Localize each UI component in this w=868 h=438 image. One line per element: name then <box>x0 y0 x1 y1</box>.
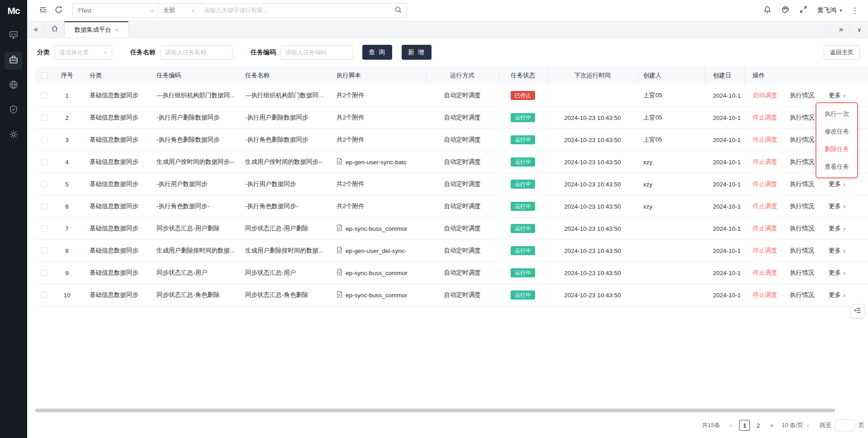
row-creator <box>638 218 705 239</box>
row-checkbox[interactable] <box>41 225 47 232</box>
chevron-down-icon: ∨ <box>843 182 846 187</box>
sidebar-item-security[interactable] <box>5 101 23 119</box>
refresh-button[interactable] <box>51 3 66 18</box>
task-name-label: 任务名称 <box>130 48 156 57</box>
keyword-search-input[interactable]: 请输入关键字进行检索... <box>199 4 407 17</box>
toggle-schedule-link[interactable]: 停止调度 <box>753 247 777 255</box>
execution-status-link[interactable]: 执行情况 <box>790 202 814 210</box>
row-script: 共2个附件 <box>327 173 426 195</box>
context-menu-item[interactable]: 删除任务 <box>816 140 857 158</box>
execution-status-link[interactable]: 执行情况 <box>790 291 814 299</box>
sidebar-item-network[interactable] <box>5 76 23 95</box>
table-row: 1 基础信息数据同步 ---执行组织机构部门数据同... ---执行组织机构部门… <box>35 85 868 107</box>
page-button[interactable]: 1 <box>739 420 750 431</box>
next-page-button[interactable]: > <box>767 422 776 429</box>
context-menu-item[interactable]: 执行一次 <box>816 105 857 123</box>
toggle-schedule-link[interactable]: 停止调度 <box>753 224 777 233</box>
row-script: ep-sync-buss_commor <box>327 218 426 239</box>
row-checkbox[interactable] <box>41 114 47 121</box>
execution-status-link[interactable]: 执行情况 <box>790 269 814 277</box>
more-dropdown[interactable]: 更多∨ <box>829 202 846 210</box>
execution-status-link[interactable]: 执行情况 <box>790 224 814 233</box>
caret-down-icon: ▼ <box>839 9 843 13</box>
tabs-scroll-right-button[interactable]: » <box>832 21 850 38</box>
theme-button[interactable] <box>778 3 793 18</box>
toggle-schedule-link[interactable]: 停止调度 <box>753 136 777 144</box>
notifications-button[interactable] <box>759 3 775 18</box>
tabs-menu-button[interactable]: ∨ <box>850 21 868 38</box>
row-checkbox[interactable] <box>41 203 47 209</box>
more-dropdown[interactable]: 更多∨ <box>829 291 846 299</box>
prev-page-button[interactable]: < <box>726 422 735 429</box>
home-tab-button[interactable] <box>45 21 64 38</box>
back-home-button[interactable]: 返回主页 <box>824 45 860 60</box>
menu-fold-button[interactable] <box>35 3 51 18</box>
user-menu[interactable]: 黄飞鸿 ▼ <box>814 6 846 14</box>
more-dropdown[interactable]: 更多∨ <box>829 269 846 277</box>
more-dropdown[interactable]: 更多∨ <box>829 91 846 100</box>
scope-select[interactable]: 全部 ∨ <box>159 4 199 17</box>
row-category: 基础信息数据同步 <box>81 284 147 306</box>
execution-status-link[interactable]: 执行情况 <box>790 247 814 255</box>
row-checkbox[interactable] <box>41 270 47 276</box>
table-row: 3 基础信息数据同步 -执行角色删除数据同步 -执行角色删除数据同步 共2个附件… <box>35 129 868 151</box>
execution-status-link[interactable]: 执行情况 <box>790 114 814 122</box>
row-script: 共2个附件 <box>327 129 426 151</box>
row-code: 同步状态汇总-用户 <box>147 262 236 284</box>
search-button[interactable]: 查 询 <box>362 45 392 60</box>
horizontal-scrollbar[interactable] <box>35 409 835 412</box>
module-select[interactable]: ?Test ∨ <box>73 4 159 17</box>
toggle-schedule-link[interactable]: 停止调度 <box>753 180 777 188</box>
row-next-run: 2024-10-23 10:43:50 <box>547 262 638 284</box>
row-name: -执行用户删除数据同步 <box>236 107 327 129</box>
toggle-schedule-link[interactable]: 停止调度 <box>753 291 777 299</box>
row-code: 生成用户按时间的数据同步-- <box>147 151 236 173</box>
category-select[interactable]: 请选择分类 ∨ <box>54 45 112 60</box>
add-button[interactable]: 新 增 <box>402 45 432 60</box>
task-code-input[interactable]: 请输入任务编码 <box>280 45 353 60</box>
execution-status-link[interactable]: 执行情况 <box>790 158 814 166</box>
task-name-input[interactable]: 请输入任务名称 <box>160 45 232 60</box>
context-menu-item[interactable]: 查看任务 <box>816 158 857 176</box>
topbar-right: 黄飞鸿 ▼ ⋮ <box>759 3 868 18</box>
tabbar-right: » ∨ <box>832 21 868 38</box>
row-checkbox[interactable] <box>41 248 47 254</box>
toggle-schedule-link[interactable]: 停止调度 <box>753 114 777 122</box>
toggle-schedule-link[interactable]: 停止调度 <box>753 158 777 166</box>
row-checkbox[interactable] <box>41 92 47 99</box>
execution-status-link[interactable]: 执行情况 <box>790 91 814 100</box>
jump-label: 跳至 <box>820 421 831 429</box>
refresh-icon <box>54 5 63 16</box>
more-dropdown[interactable]: 更多∨ <box>829 180 846 188</box>
page-size-select[interactable]: 10 条/页 ∨ <box>782 421 810 429</box>
table-tool-button[interactable] <box>851 305 864 318</box>
tabs-scroll-left-button[interactable]: « <box>27 21 45 38</box>
select-all-checkbox[interactable] <box>41 72 47 79</box>
fullscreen-button[interactable] <box>796 3 811 18</box>
toggle-schedule-link[interactable]: 停止调度 <box>753 202 777 210</box>
toggle-schedule-link[interactable]: 停止调度 <box>753 269 777 277</box>
execution-status-link[interactable]: 执行情况 <box>790 136 814 144</box>
sidebar-item-apps[interactable] <box>5 52 23 70</box>
close-icon[interactable]: × <box>115 27 119 33</box>
row-checkbox[interactable] <box>41 181 47 187</box>
more-dropdown[interactable]: 更多∨ <box>829 224 846 233</box>
tab-data-integration[interactable]: 数据集成平台 × <box>64 21 128 38</box>
row-checkbox[interactable] <box>41 159 47 165</box>
toggle-schedule-link[interactable]: 启动调度 <box>753 91 777 100</box>
table-row: 9 基础信息数据同步 同步状态汇总-用户 同步状态汇总-用户 ep-sync-b… <box>35 262 868 284</box>
jump-page-input[interactable] <box>835 419 855 431</box>
col-script: 执行脚本 <box>327 67 426 85</box>
execution-status-link[interactable]: 执行情况 <box>790 180 814 188</box>
more-options-button[interactable]: ⋮ <box>849 6 861 15</box>
page-button[interactable]: 2 <box>753 420 764 431</box>
tabbar: « 数据集成平台 × » ∨ <box>27 21 868 38</box>
context-menu-item[interactable]: 修改任务 <box>816 123 857 140</box>
status-badge: 运行中 <box>511 224 535 233</box>
row-checkbox[interactable] <box>41 292 47 298</box>
sidebar-item-console[interactable] <box>5 27 23 45</box>
more-dropdown[interactable]: 更多∨ <box>829 247 846 255</box>
sidebar-nav <box>0 21 27 151</box>
sidebar-item-settings[interactable] <box>5 126 23 144</box>
row-checkbox[interactable] <box>41 137 47 143</box>
